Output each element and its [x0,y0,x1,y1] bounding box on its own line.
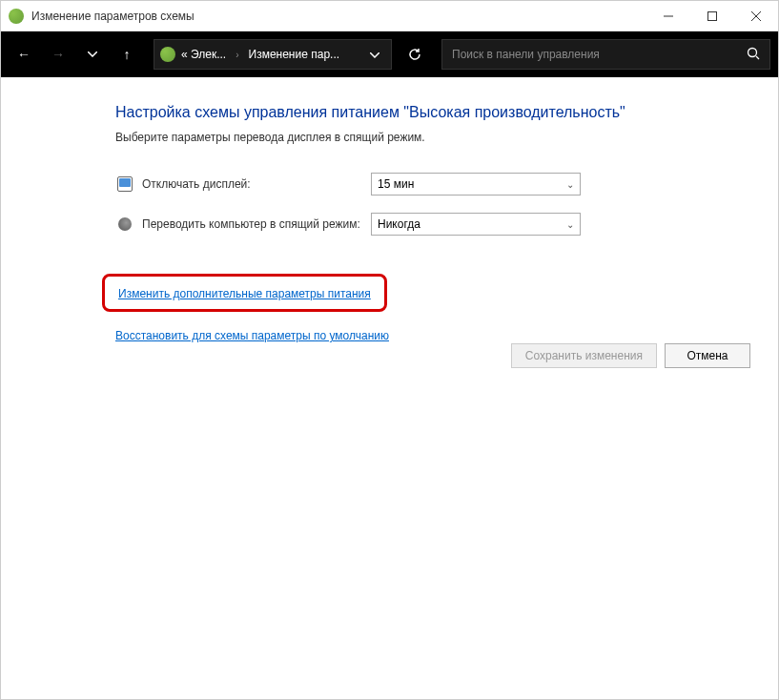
minimize-icon [664,11,673,21]
sleep-row: Переводить компьютер в спящий режим: Ник… [115,213,755,236]
highlighted-link-box: Изменить дополнительные параметры питани… [102,274,387,312]
page-title: Настройка схемы управления питанием "Выс… [115,104,755,121]
maximize-icon [707,11,717,21]
chevron-down-icon: ⌄ [566,219,574,230]
content-area: Настройка схемы управления питанием "Выс… [1,77,778,343]
svg-rect-1 [708,11,717,20]
search-input[interactable] [452,48,747,61]
address-icon [160,47,175,62]
svg-line-5 [756,56,759,59]
forward-button[interactable]: → [43,39,73,70]
close-icon [751,11,761,21]
refresh-button[interactable] [400,39,430,70]
refresh-icon [408,48,421,61]
maximize-button[interactable] [690,1,734,31]
display-off-row: Отключать дисплей: 15 мин ⌄ [115,173,755,196]
window-controls [646,1,778,31]
title-bar-left: Изменение параметров схемы [1,9,195,24]
cancel-button[interactable]: Отмена [665,343,750,368]
navigation-bar: ← → ↑ « Элек... › Изменение пар... [1,31,778,77]
display-off-value: 15 мин [378,177,414,191]
breadcrumb-separator-icon: › [236,50,238,60]
chevron-down-icon: ⌄ [566,179,574,190]
restore-defaults-link[interactable]: Восстановить для схемы параметры по умол… [115,329,389,342]
title-bar: Изменение параметров схемы [1,1,778,31]
svg-point-4 [748,48,757,56]
breadcrumb-part2[interactable]: Изменение пар... [249,48,340,61]
back-button[interactable]: ← [9,39,39,70]
window-title: Изменение параметров схемы [31,10,195,23]
close-button[interactable] [734,1,778,31]
sleep-select[interactable]: Никогда ⌄ [371,213,581,236]
page-description: Выберите параметры перевода дисплея в сп… [115,131,755,144]
minimize-button[interactable] [646,1,690,31]
sleep-label: Переводить компьютер в спящий режим: [142,217,371,231]
monitor-icon [115,175,134,194]
address-bar[interactable]: « Элек... › Изменение пар... [154,39,392,70]
recent-dropdown[interactable] [77,39,108,70]
address-dropdown[interactable] [364,50,385,60]
search-box[interactable] [441,39,770,70]
search-icon[interactable] [747,47,760,63]
display-off-select[interactable]: 15 мин ⌄ [371,173,581,196]
breadcrumb-part1[interactable]: « Элек... [181,48,226,61]
app-icon [9,9,24,24]
save-button: Сохранить изменения [511,343,657,368]
moon-icon [115,215,134,234]
display-off-label: Отключать дисплей: [142,177,371,191]
button-bar: Сохранить изменения Отмена [511,343,750,368]
chevron-down-icon [370,52,379,58]
up-button[interactable]: ↑ [112,39,142,70]
sleep-value: Никогда [378,217,420,231]
chevron-down-icon [88,51,97,57]
advanced-settings-link[interactable]: Изменить дополнительные параметры питани… [118,287,371,300]
